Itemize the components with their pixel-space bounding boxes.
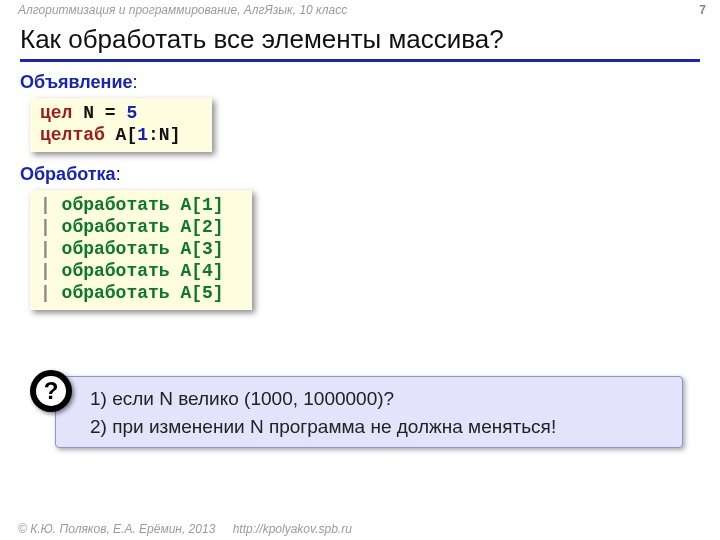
- num-1: 1: [137, 125, 148, 145]
- bar-icon: |: [40, 195, 51, 215]
- copyright: © К.Ю. Поляков, Е.А. Ерёмин, 2013: [18, 522, 215, 536]
- bar-icon: |: [40, 217, 51, 237]
- question-badge: ?: [30, 370, 72, 412]
- code-line: | обработать A[4]: [40, 260, 242, 282]
- question-callout: 1) если N велико (1000, 1000000)? 2) при…: [55, 376, 683, 448]
- question-line-1: 1) если N велико (1000, 1000000)?: [90, 385, 666, 413]
- colon: :: [116, 164, 121, 184]
- process-word: обработать: [51, 261, 181, 281]
- bar-icon: |: [40, 261, 51, 281]
- code-line: целтаб A[1:N]: [40, 124, 202, 146]
- code-line: | обработать A[5]: [40, 282, 242, 304]
- code-line: | обработать A[3]: [40, 238, 242, 260]
- eq: =: [94, 103, 126, 123]
- kw-inttab: целтаб: [40, 125, 105, 145]
- code-block-processing: | обработать A[1] | обработать A[2] | об…: [30, 190, 252, 310]
- question-line-2: 2) при изменении N программа не должна м…: [90, 413, 666, 441]
- course-label: Алгоритмизация и программирование, АлгЯз…: [18, 3, 347, 17]
- footer-url: http://kpolyakov.spb.ru: [233, 522, 352, 536]
- section-processing-text: Обработка: [20, 164, 116, 184]
- header-strip: Алгоритмизация и программирование, АлгЯз…: [0, 0, 720, 20]
- code-line: цел N = 5: [40, 102, 202, 124]
- arr-ref: A[5]: [180, 283, 223, 303]
- question-mark-icon: ?: [36, 376, 66, 406]
- bar-icon: |: [40, 239, 51, 259]
- process-word: обработать: [51, 217, 181, 237]
- code-block-declaration: цел N = 5 целтаб A[1:N]: [30, 98, 212, 152]
- var-a: A[: [105, 125, 137, 145]
- num-5: 5: [126, 103, 137, 123]
- arr-ref: A[2]: [180, 217, 223, 237]
- bar-icon: |: [40, 283, 51, 303]
- page-number: 7: [699, 3, 706, 17]
- colon: :: [133, 72, 138, 92]
- arr-ref: A[4]: [180, 261, 223, 281]
- footer: © К.Ю. Поляков, Е.А. Ерёмин, 2013 http:/…: [18, 522, 352, 536]
- process-word: обработать: [51, 239, 181, 259]
- var-n: N: [72, 103, 94, 123]
- rest: :N]: [148, 125, 180, 145]
- process-word: обработать: [51, 195, 181, 215]
- process-word: обработать: [51, 283, 181, 303]
- arr-ref: A[1]: [180, 195, 223, 215]
- section-declaration-text: Объявление: [20, 72, 133, 92]
- page-title: Как обработать все элементы массива?: [20, 24, 700, 62]
- code-line: | обработать A[2]: [40, 216, 242, 238]
- section-processing: Обработка:: [20, 164, 121, 185]
- kw-int: цел: [40, 103, 72, 123]
- section-declaration: Объявление:: [20, 72, 138, 93]
- code-line: | обработать A[1]: [40, 194, 242, 216]
- arr-ref: A[3]: [180, 239, 223, 259]
